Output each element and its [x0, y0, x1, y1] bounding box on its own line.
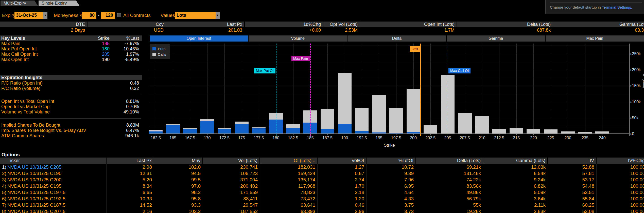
expiry-dropdown-arrow-icon[interactable]: ▼: [43, 12, 47, 19]
gridline-h: [150, 102, 629, 102]
summary-label-ccy: Ccy: [88, 22, 166, 27]
insight-value: 0.70%: [86, 104, 139, 109]
ticker-text: NVDA US 10/31/25 C190: [7, 171, 61, 176]
column-header-ticker[interactable]: Ticker: [0, 158, 107, 164]
cell-vol-lots-: 230,741: [203, 164, 260, 170]
x-tick: [310, 134, 310, 135]
table-row[interactable]: 3)NVDA US 10/31/25 C2005.2099.5371,00413…: [0, 177, 644, 183]
y-tick-50k: ▸50k: [631, 115, 644, 120]
cell-last-px: 2.98: [107, 164, 154, 170]
table-row[interactable]: 7)NVDA US 10/31/25 C187.514.5293.329,547…: [0, 202, 644, 208]
cell--totoi: 7.96: [367, 177, 416, 183]
column-header--totoi[interactable]: %TotOI: [367, 158, 416, 164]
key-level-strike: 190: [84, 57, 110, 62]
expiration-insights-title: Expiration Insights: [0, 75, 42, 80]
insight-row-open-int-vs-market-cap: Open Int vs Market Cap0.70%: [0, 104, 142, 109]
column-header-mny[interactable]: Mny: [154, 158, 203, 164]
summary-value-opt-vol-lots-: 2.53M: [323, 27, 360, 33]
legend-entry-puts: Puts: [152, 46, 166, 51]
x-label-187.5: 187.5: [319, 136, 336, 140]
row-number: 6): [2, 196, 7, 201]
tab-single-expiry[interactable]: Single Expiry: [39, 1, 80, 6]
chart-tab-open-interest[interactable]: Open Interest: [150, 35, 248, 42]
x-tick: [276, 134, 276, 135]
insight-label: P/C Ratio (Volume): [1, 86, 40, 91]
marker-line-max-call-oi: [448, 44, 448, 136]
column-header-last-px[interactable]: Last Px: [107, 158, 154, 164]
column-header-vol-oi[interactable]: Vol/OI: [318, 158, 367, 164]
all-contracts-checkbox[interactable]: [117, 13, 121, 17]
table-row[interactable]: 6)NVDA US 10/31/25 C192.510.3395.888,411…: [0, 196, 644, 202]
option-ticker: 4)NVDA US 10/31/25 C195: [0, 183, 107, 189]
chart-tab-max-pain[interactable]: Max Pain: [546, 35, 644, 42]
y-tick-arrow-icon: ▸: [631, 68, 632, 71]
x-label-162.5: 162.5: [147, 136, 165, 140]
x-tick: [242, 134, 242, 135]
moneyness-label: Moneyness %: [54, 13, 84, 18]
cell-last-px: 5.20: [107, 177, 154, 183]
key-level-strike: 185: [84, 41, 110, 46]
values-dropdown[interactable]: Lots: [175, 12, 216, 19]
gridline-v: [173, 44, 173, 134]
row-number: 2): [2, 171, 7, 176]
table-row[interactable]: 1)NVDA US 10/31/25 C2052.98102.0230,7411…: [0, 164, 644, 170]
moneyness-low-input[interactable]: 80: [82, 12, 96, 19]
option-ticker: 3)NVDA US 10/31/25 C200: [0, 177, 107, 183]
key-level-strike: 180: [84, 46, 110, 52]
column-header-gamma-lots-[interactable]: Gamma (Lots): [483, 158, 548, 164]
bar-calls-225: [544, 129, 558, 133]
bar-puts-190: [338, 124, 352, 134]
values-dropdown-arrow-icon[interactable]: ▼: [216, 12, 220, 19]
cell-oi-lots-: 63,641: [260, 202, 318, 208]
option-ticker: 5)NVDA US 10/31/25 C197.5: [0, 189, 107, 196]
column-header-delta-lots-[interactable]: Delta (Lots): [416, 158, 483, 164]
summary-label-dte: DTE: [0, 22, 87, 27]
bar-puts-170: [200, 121, 214, 134]
chart-tab-gamma[interactable]: Gamma: [447, 35, 545, 42]
bar-calls-177.5: [252, 127, 266, 128]
column-header-vol-lots-[interactable]: Vol (Lots): [203, 158, 260, 164]
x-tick: [516, 134, 517, 135]
x-tick: [396, 134, 396, 135]
column-header-iv[interactable]: IV: [548, 158, 597, 164]
column-header-oi-lots-[interactable]: OI (Lots) ↓: [260, 158, 318, 164]
table-row[interactable]: 4)NVDA US 10/31/25 C1958.3497.0200,40211…: [0, 183, 644, 189]
row-number: 7): [2, 202, 7, 208]
table-row[interactable]: 2)NVDA US 10/31/25 C19012.3194.5106,7231…: [0, 170, 644, 177]
terminal-settings-link[interactable]: Terminal Settings.: [602, 5, 632, 9]
cell-oi-lots-: 73,472: [260, 196, 318, 202]
ticker-text: NVDA US 10/31/25 C205: [7, 164, 61, 170]
marker-line-last: [420, 44, 421, 136]
key-level-pctlast: -7.97%: [111, 41, 139, 46]
chart-tab-volume[interactable]: Volume: [249, 35, 347, 42]
cell--totoi: 4.64: [367, 189, 416, 196]
tab-multi-expiry[interactable]: Multi-Expiry: [1, 1, 38, 6]
cell-mny: 94.5: [154, 170, 203, 177]
insight-value: 6.47%: [86, 128, 139, 133]
chart-x-axis-title: Strike: [150, 143, 629, 148]
x-tick: [362, 134, 362, 135]
moneyness-high-input[interactable]: 120: [101, 12, 115, 19]
table-row[interactable]: 8)NVDA US 10/31/25 C207.52.16103.2187,55…: [0, 208, 644, 213]
gridline-h: [150, 46, 629, 46]
column-header-iv-chg[interactable]: IV%Chg: [597, 158, 644, 164]
marker-label-max-put-oi: Max Put OI: [254, 68, 275, 73]
bar-calls-187.5: [321, 109, 334, 129]
insight-label: Open Int vs Market Cap: [1, 104, 49, 109]
cell-last-px: 8.34: [107, 183, 154, 189]
x-label-177.5: 177.5: [250, 136, 268, 140]
expiration-insights-header: Expiration Insights: [0, 75, 142, 80]
chart-legend: PutsCalls: [150, 44, 170, 59]
chart-tab-delta[interactable]: Delta: [347, 35, 446, 42]
gridline-v: [499, 44, 499, 134]
expiry-dropdown[interactable]: 31-Oct-25: [14, 12, 43, 19]
bar-puts-177.5: [252, 128, 266, 134]
cell-last-px: 12.31: [107, 170, 154, 177]
table-row[interactable]: 5)NVDA US 10/31/25 C197.56.6598.2171,559…: [0, 189, 644, 196]
gridline-h: [150, 70, 629, 70]
cell-oi-lots-: 117,968: [260, 183, 318, 189]
x-label-225: 225: [542, 136, 560, 140]
cell-oi-lots-: 135,174: [260, 177, 318, 183]
cell-last-px: 2.16: [107, 208, 154, 213]
x-tick: [293, 134, 293, 135]
